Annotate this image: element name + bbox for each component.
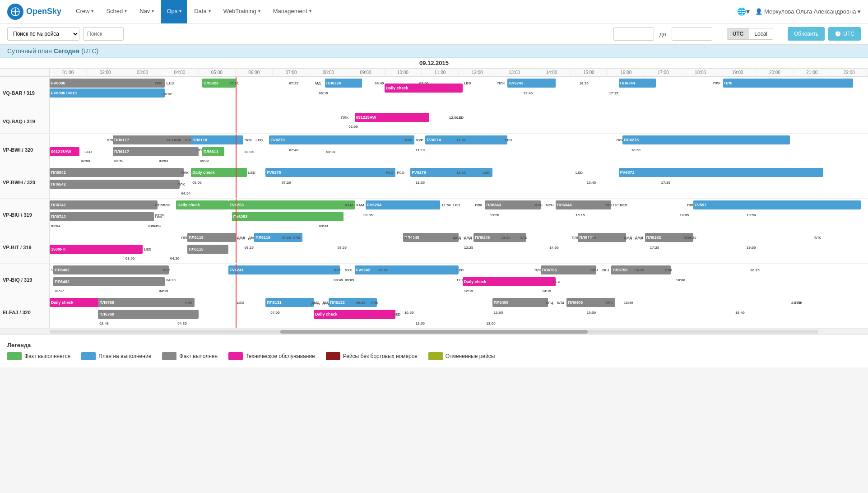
block-md: МД bbox=[314, 79, 324, 88]
block-091215aw-baq[interactable]: 091215AW bbox=[355, 113, 429, 122]
legend-item-4: Рейсы без бортовых номеров bbox=[326, 352, 418, 360]
block-daily-check-biq[interactable]: Daily check bbox=[463, 277, 556, 286]
block-fco-2: FCO bbox=[395, 168, 405, 177]
block-fv6276[interactable]: FV6276 bbox=[410, 168, 492, 177]
time-slot-20: 20:00 bbox=[757, 69, 794, 76]
nav-data[interactable]: Data▾ bbox=[189, 0, 216, 23]
nav-crew[interactable]: Crew▾ bbox=[70, 0, 99, 23]
brand: OpenSky bbox=[7, 4, 61, 20]
scroll-track[interactable] bbox=[50, 330, 818, 334]
block-daily-check-bwh[interactable]: Daily check bbox=[191, 168, 247, 177]
block-091215aw-bwi[interactable]: 091215AW bbox=[50, 147, 79, 156]
local-toggle-btn[interactable]: Local bbox=[749, 28, 773, 39]
utc-button[interactable]: 🕐 UTC bbox=[828, 27, 861, 41]
block-fv6743[interactable]: ПЛ6743 bbox=[507, 79, 556, 88]
block-pl6462-top[interactable]: ПЛ6462 bbox=[53, 265, 168, 274]
block-1500fh[interactable]: 1500FH bbox=[50, 245, 143, 254]
block-pl6117-bot[interactable]: ПЛ6117 bbox=[113, 147, 199, 156]
block-pl6542-top[interactable]: ПЛ6542 bbox=[50, 168, 184, 177]
nav-sched[interactable]: Sched▾ bbox=[101, 0, 132, 23]
scroll-thumb[interactable] bbox=[280, 330, 588, 334]
time-slot-21: 21:00 bbox=[794, 69, 831, 76]
block-fv6806-top[interactable]: FV6806 bbox=[50, 79, 165, 88]
block-led-bwh-3: LED bbox=[574, 168, 584, 177]
refresh-button[interactable]: Обновить bbox=[788, 27, 825, 41]
time-bwi-1200: 12:00 bbox=[455, 135, 469, 144]
date-separator: до bbox=[658, 31, 668, 37]
row-vp-biq: VP-BIQ / 319 ЧЛБ ЧЛЕ ПЛ6462 ПЛК 01:15 04… bbox=[0, 264, 868, 296]
date-from-input[interactable]: 08.12.2015 bbox=[613, 27, 654, 41]
block-pl6344[interactable]: ПЛ6344 bbox=[556, 200, 612, 209]
block-daily-check-biu[interactable]: Daily check bbox=[176, 200, 228, 209]
block-klts-2: КЛЦ bbox=[556, 298, 566, 307]
block-plk-biu-2: ПЛК bbox=[473, 200, 483, 209]
block-pl6273-r[interactable]: ПЛ6273 bbox=[622, 135, 790, 144]
block-fv6324[interactable]: ПЛ6324 bbox=[325, 79, 362, 88]
block-fv6273[interactable]: FV6273 bbox=[269, 135, 414, 144]
time-slot-8: 08:00 bbox=[310, 69, 347, 76]
time-bit-1820: 18:20 bbox=[686, 233, 699, 242]
scroll-bar[interactable] bbox=[0, 329, 868, 334]
block-pl6742-bot[interactable]: ПЛ6742 bbox=[50, 212, 154, 221]
time-baq-0200: 02:00 bbox=[347, 122, 361, 131]
block-pl6742-top[interactable]: ПЛ6742 bbox=[50, 200, 158, 209]
nav-management[interactable]: Management▾ bbox=[268, 0, 317, 23]
block-plk-bwh-2: ПЛК bbox=[176, 180, 186, 189]
nav-webtraining[interactable]: WebTraining▾ bbox=[218, 0, 266, 23]
block-pl6768-bot[interactable]: ПЛ6768 bbox=[98, 310, 199, 319]
block-fv6254[interactable]: FV6254 bbox=[366, 200, 440, 209]
block-pl6611-bot[interactable]: ПЛ6611 bbox=[202, 147, 224, 156]
block-fv6871[interactable]: FV6871 bbox=[619, 168, 823, 177]
time-biq-0420: 04:20 bbox=[165, 275, 178, 284]
user-name[interactable]: 👤 Меркулова Ольга Александровна ▾ bbox=[755, 8, 861, 15]
block-pl6118[interactable]: ПЛ6118 bbox=[191, 135, 243, 144]
block-fv6744[interactable]: ПЛ6744 bbox=[619, 79, 656, 88]
time-bwi-0831: 08:31 bbox=[325, 147, 339, 156]
block-pl6131[interactable]: ПЛ6131 bbox=[265, 298, 314, 307]
time-slot-10: 10:00 bbox=[385, 69, 422, 76]
time-1520: 16:15 bbox=[578, 79, 591, 88]
time-slot-22: 22:00 bbox=[831, 69, 868, 76]
block-fv597[interactable]: FV597 bbox=[693, 200, 861, 209]
block-led-biq-bot: LED bbox=[552, 277, 562, 286]
legend-label-1: План на выполнение bbox=[98, 353, 151, 359]
legend-item-3: Техническое обслуживание bbox=[228, 352, 315, 360]
legend-label-2: Факт выполнен bbox=[179, 353, 218, 359]
time-faj-1055: 10:55 bbox=[403, 308, 417, 317]
date-to-input[interactable]: 10.12.2015 bbox=[672, 27, 712, 41]
block-fv6242[interactable]: FV6242 bbox=[355, 265, 459, 274]
row-ei-faj: EI-FAJ / 320 Daily check 03:00 LED СЫВ П… bbox=[0, 296, 868, 329]
block-fco-1: FCO bbox=[385, 168, 395, 177]
plan-today[interactable]: Сегодня bbox=[54, 47, 79, 55]
block-plk-biq-1: ПЛК bbox=[161, 265, 171, 274]
block-fv6-bar-right[interactable]: ПЛ6 bbox=[723, 79, 853, 88]
search-input[interactable] bbox=[83, 27, 124, 41]
gantt-date: 09.12.2015 bbox=[0, 58, 868, 69]
block-fv6241[interactable]: FV6241 bbox=[228, 265, 340, 274]
block-pl6768-top[interactable]: ПЛ6768 bbox=[98, 298, 195, 307]
gantt-container[interactable]: 09.12.2015 01:00 02:00 03:00 04:00 05:00… bbox=[0, 58, 868, 334]
block-fv6253-top[interactable]: FV6253 bbox=[228, 200, 355, 209]
block-fv6253-bot[interactable]: FV6253 bbox=[232, 212, 343, 221]
block-led-bwh: LED bbox=[247, 168, 257, 177]
utc-toggle-btn[interactable]: UTC bbox=[727, 28, 749, 39]
nav-nav[interactable]: Nav▾ bbox=[134, 0, 159, 23]
block-fv6275[interactable]: FV6275 bbox=[265, 168, 395, 177]
nav-ops[interactable]: Ops▾ bbox=[161, 0, 187, 23]
row-vq-bar: VQ-BAR / 319 FV6806 FV6806 04:10 LED ПЛК… bbox=[0, 77, 868, 109]
legend-swatch-1 bbox=[81, 352, 96, 360]
block-pl6115-top[interactable]: ПЛ6115 bbox=[187, 233, 236, 242]
block-pl6755[interactable]: ПЛ6755 bbox=[541, 265, 597, 274]
search-type-select[interactable]: Поиск по № рейса bbox=[7, 27, 79, 41]
time-biq-bot-0117: 01:17 bbox=[53, 286, 67, 295]
block-fv6806-bot[interactable]: FV6806 04:10 bbox=[50, 88, 165, 98]
block-pl6343[interactable]: ПЛ6343 bbox=[485, 200, 541, 209]
time-biq-0905: 09:05 bbox=[343, 275, 357, 284]
block-pl6115-bot[interactable]: ПЛ6115 bbox=[187, 245, 228, 254]
block-pl6542-bot[interactable]: ПЛ6542 bbox=[50, 180, 180, 189]
block-daily-check-faj-bot[interactable]: Daily check bbox=[314, 310, 395, 319]
block-pl6462-bot[interactable]: ПЛ6462 bbox=[53, 277, 165, 286]
globe-icon[interactable]: 🌐▾ bbox=[737, 7, 750, 16]
block-pl6405[interactable]: ПЛ6405 bbox=[492, 298, 548, 307]
legend-label-0: Факт выполняется bbox=[24, 353, 70, 359]
